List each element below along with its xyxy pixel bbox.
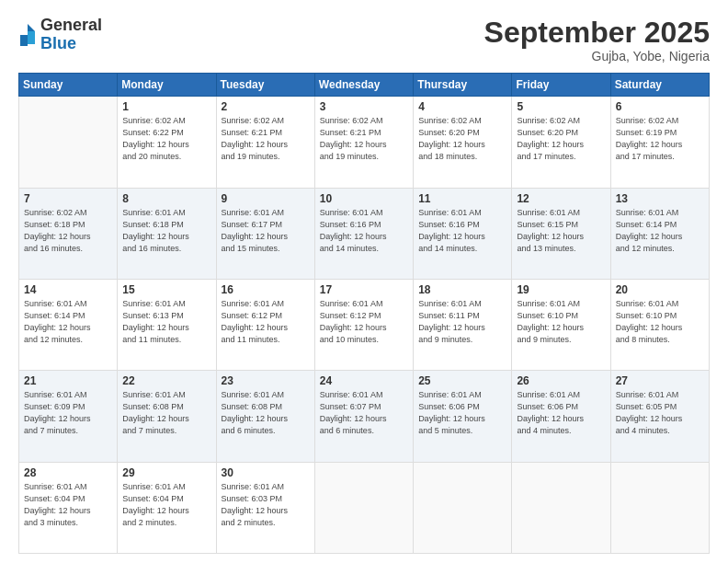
weekday-header-row: Sunday Monday Tuesday Wednesday Thursday… [19, 74, 710, 97]
svg-marker-0 [28, 24, 35, 31]
day-number: 12 [517, 192, 605, 205]
day-number: 7 [24, 192, 112, 205]
table-row: 30Sunrise: 6:01 AM Sunset: 6:03 PM Dayli… [216, 462, 314, 553]
day-info: Sunrise: 6:01 AM Sunset: 6:14 PM Dayligh… [24, 298, 112, 346]
table-row: 22Sunrise: 6:01 AM Sunset: 6:08 PM Dayli… [118, 371, 216, 462]
table-row: 8Sunrise: 6:01 AM Sunset: 6:18 PM Daylig… [118, 188, 216, 279]
day-number: 9 [222, 192, 310, 205]
table-row: 16Sunrise: 6:01 AM Sunset: 6:12 PM Dayli… [216, 279, 314, 370]
svg-marker-1 [28, 31, 35, 44]
day-number: 20 [616, 283, 704, 296]
day-number: 5 [517, 100, 605, 113]
table-row: 5Sunrise: 6:02 AM Sunset: 6:20 PM Daylig… [512, 97, 610, 188]
table-row: 20Sunrise: 6:01 AM Sunset: 6:10 PM Dayli… [610, 279, 709, 370]
day-info: Sunrise: 6:01 AM Sunset: 6:16 PM Dayligh… [320, 207, 408, 255]
day-info: Sunrise: 6:01 AM Sunset: 6:18 PM Dayligh… [122, 207, 210, 255]
table-row: 28Sunrise: 6:01 AM Sunset: 6:04 PM Dayli… [19, 462, 118, 553]
day-info: Sunrise: 6:01 AM Sunset: 6:06 PM Dayligh… [517, 389, 605, 437]
table-row: 26Sunrise: 6:01 AM Sunset: 6:06 PM Dayli… [512, 371, 610, 462]
table-row [512, 462, 610, 553]
title-block: September 2025 Gujba, Yobe, Nigeria [484, 17, 710, 63]
day-number: 25 [418, 374, 506, 387]
day-info: Sunrise: 6:01 AM Sunset: 6:15 PM Dayligh… [517, 207, 605, 255]
table-row: 14Sunrise: 6:01 AM Sunset: 6:14 PM Dayli… [19, 279, 118, 370]
table-row: 10Sunrise: 6:01 AM Sunset: 6:16 PM Dayli… [314, 188, 413, 279]
header: General Blue September 2025 Gujba, Yobe,… [18, 17, 710, 63]
table-row: 24Sunrise: 6:01 AM Sunset: 6:07 PM Dayli… [314, 371, 413, 462]
day-number: 30 [222, 466, 310, 479]
table-row: 11Sunrise: 6:01 AM Sunset: 6:16 PM Dayli… [414, 188, 512, 279]
day-info: Sunrise: 6:01 AM Sunset: 6:08 PM Dayligh… [222, 389, 310, 437]
logo-general: General [40, 17, 102, 35]
table-row: 19Sunrise: 6:01 AM Sunset: 6:10 PM Dayli… [512, 279, 610, 370]
table-row: 4Sunrise: 6:02 AM Sunset: 6:20 PM Daylig… [414, 97, 512, 188]
day-number: 10 [320, 192, 408, 205]
month-title: September 2025 [484, 17, 710, 49]
calendar-table: Sunday Monday Tuesday Wednesday Thursday… [18, 73, 710, 554]
day-info: Sunrise: 6:01 AM Sunset: 6:03 PM Dayligh… [222, 481, 310, 529]
table-row: 29Sunrise: 6:01 AM Sunset: 6:04 PM Dayli… [118, 462, 216, 553]
day-info: Sunrise: 6:01 AM Sunset: 6:10 PM Dayligh… [616, 298, 704, 346]
day-info: Sunrise: 6:02 AM Sunset: 6:20 PM Dayligh… [418, 115, 506, 163]
header-sunday: Sunday [19, 74, 118, 97]
day-number: 29 [122, 466, 210, 479]
day-number: 19 [517, 283, 605, 296]
calendar-week-row: 14Sunrise: 6:01 AM Sunset: 6:14 PM Dayli… [19, 279, 710, 370]
table-row: 9Sunrise: 6:01 AM Sunset: 6:17 PM Daylig… [216, 188, 314, 279]
day-info: Sunrise: 6:01 AM Sunset: 6:07 PM Dayligh… [320, 389, 408, 437]
logo-text: General Blue [40, 17, 102, 53]
day-info: Sunrise: 6:02 AM Sunset: 6:22 PM Dayligh… [122, 115, 210, 163]
table-row: 15Sunrise: 6:01 AM Sunset: 6:13 PM Dayli… [118, 279, 216, 370]
day-info: Sunrise: 6:01 AM Sunset: 6:05 PM Dayligh… [616, 389, 704, 437]
table-row: 2Sunrise: 6:02 AM Sunset: 6:21 PM Daylig… [216, 97, 314, 188]
header-monday: Monday [118, 74, 216, 97]
calendar-week-row: 7Sunrise: 6:02 AM Sunset: 6:18 PM Daylig… [19, 188, 710, 279]
day-info: Sunrise: 6:01 AM Sunset: 6:14 PM Dayligh… [616, 207, 704, 255]
day-info: Sunrise: 6:02 AM Sunset: 6:21 PM Dayligh… [320, 115, 408, 163]
header-saturday: Saturday [610, 74, 709, 97]
day-number: 23 [222, 374, 310, 387]
day-number: 14 [24, 283, 112, 296]
logo-icon [18, 22, 37, 48]
day-number: 27 [616, 374, 704, 387]
day-info: Sunrise: 6:01 AM Sunset: 6:13 PM Dayligh… [122, 298, 210, 346]
day-number: 15 [122, 283, 210, 296]
day-number: 17 [320, 283, 408, 296]
table-row: 23Sunrise: 6:01 AM Sunset: 6:08 PM Dayli… [216, 371, 314, 462]
header-thursday: Thursday [414, 74, 512, 97]
logo: General Blue [18, 17, 102, 53]
header-wednesday: Wednesday [314, 74, 413, 97]
day-number: 3 [320, 100, 408, 113]
header-tuesday: Tuesday [216, 74, 314, 97]
day-info: Sunrise: 6:01 AM Sunset: 6:12 PM Dayligh… [320, 298, 408, 346]
day-number: 21 [24, 374, 112, 387]
day-number: 6 [616, 100, 704, 113]
table-row: 3Sunrise: 6:02 AM Sunset: 6:21 PM Daylig… [314, 97, 413, 188]
header-friday: Friday [512, 74, 610, 97]
day-number: 18 [418, 283, 506, 296]
day-info: Sunrise: 6:01 AM Sunset: 6:17 PM Dayligh… [222, 207, 310, 255]
table-row: 25Sunrise: 6:01 AM Sunset: 6:06 PM Dayli… [414, 371, 512, 462]
table-row: 6Sunrise: 6:02 AM Sunset: 6:19 PM Daylig… [610, 97, 709, 188]
day-info: Sunrise: 6:01 AM Sunset: 6:10 PM Dayligh… [517, 298, 605, 346]
table-row: 27Sunrise: 6:01 AM Sunset: 6:05 PM Dayli… [610, 371, 709, 462]
table-row: 1Sunrise: 6:02 AM Sunset: 6:22 PM Daylig… [118, 97, 216, 188]
page: General Blue September 2025 Gujba, Yobe,… [0, 0, 728, 563]
calendar-week-row: 1Sunrise: 6:02 AM Sunset: 6:22 PM Daylig… [19, 97, 710, 188]
day-info: Sunrise: 6:02 AM Sunset: 6:18 PM Dayligh… [24, 207, 112, 255]
day-info: Sunrise: 6:02 AM Sunset: 6:19 PM Dayligh… [616, 115, 704, 163]
table-row: 7Sunrise: 6:02 AM Sunset: 6:18 PM Daylig… [19, 188, 118, 279]
day-info: Sunrise: 6:01 AM Sunset: 6:12 PM Dayligh… [222, 298, 310, 346]
day-number: 4 [418, 100, 506, 113]
table-row: 21Sunrise: 6:01 AM Sunset: 6:09 PM Dayli… [19, 371, 118, 462]
day-info: Sunrise: 6:01 AM Sunset: 6:06 PM Dayligh… [418, 389, 506, 437]
day-info: Sunrise: 6:02 AM Sunset: 6:20 PM Dayligh… [517, 115, 605, 163]
day-number: 13 [616, 192, 704, 205]
calendar-week-row: 21Sunrise: 6:01 AM Sunset: 6:09 PM Dayli… [19, 371, 710, 462]
day-number: 1 [122, 100, 210, 113]
logo-blue: Blue [40, 35, 102, 53]
day-info: Sunrise: 6:02 AM Sunset: 6:21 PM Dayligh… [222, 115, 310, 163]
day-info: Sunrise: 6:01 AM Sunset: 6:08 PM Dayligh… [122, 389, 210, 437]
table-row [610, 462, 709, 553]
day-number: 8 [122, 192, 210, 205]
